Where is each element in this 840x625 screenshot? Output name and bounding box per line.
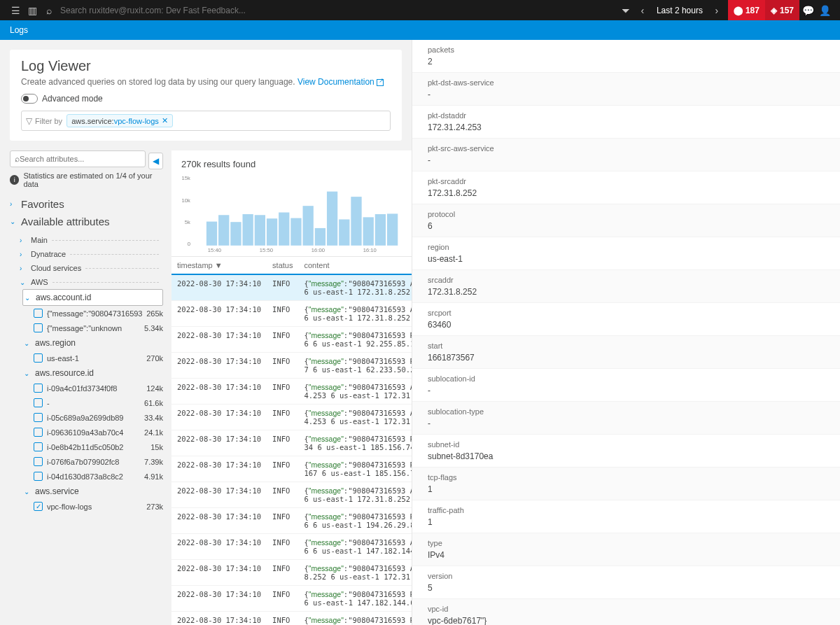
log-row[interactable]: 2022-08-30 17:34:10INFO{"message":"90804… [172,586,412,612]
user-icon[interactable]: 👤 [816,5,833,16]
run-query-button[interactable]: ◀ [148,153,163,169]
timeframe-selector[interactable]: Last 2 hours [651,6,708,15]
log-details-panel[interactable]: packets2pkt-dst-aws-service-pkt-dstaddr1… [412,40,840,625]
attr-value[interactable]: i-09a4c01fd3734f0f8124k [34,381,163,395]
filter-bar[interactable]: ▽ Filter by aws.service: vpc-flow-logs ✕ [21,111,391,131]
attr-group-aws.account.id[interactable]: ⌄aws.account.id [22,289,163,306]
detail-row: srcaddr172.31.8.252 [412,270,840,303]
category-cloud[interactable]: ›Cloud services [20,261,163,275]
search-icon[interactable]: ⌕ [41,5,57,16]
filter-icon[interactable]: ⏷ [617,5,634,16]
breadcrumb-logs[interactable]: Logs [10,25,28,35]
page-subtitle: Create advanced queries on stored log da… [21,77,391,87]
log-row[interactable]: 2022-08-30 17:34:10INFO{"message":"90804… [172,430,412,456]
attr-group-aws.resource.id[interactable]: ⌄aws.resource.id [22,365,163,381]
checkbox[interactable] [34,428,43,437]
log-row[interactable]: 2022-08-30 17:34:10INFO{"message":"90804… [172,456,412,482]
search-input[interactable] [57,3,337,18]
time-prev-icon[interactable]: ‹ [634,5,651,16]
attribute-search-input[interactable] [20,155,141,163]
log-table: timestamp ▼ status content 2022-08-30 17… [172,257,412,625]
log-row[interactable]: 2022-08-30 17:34:10INFO{"message":"90804… [172,560,412,586]
alert-icon: ⬤ [734,6,743,15]
svg-text:15:40: 15:40 [208,247,221,253]
detail-value: 1 [428,517,825,527]
detail-value: 63460 [428,320,825,330]
checkbox[interactable] [34,413,43,422]
favorites-section[interactable]: ›Favorites [10,198,163,210]
filter-chip-aws-service[interactable]: aws.service: vpc-flow-logs ✕ [66,114,173,127]
detail-row: subnet-idsubnet-8d3170ea [412,435,840,468]
log-row[interactable]: 2022-08-30 17:34:10INFO{"message":"90804… [172,327,412,353]
attr-value[interactable]: {"message":"unknown5.34k [34,321,163,335]
col-timestamp[interactable]: timestamp ▼ [172,257,267,274]
attribute-search[interactable]: ⌕ [10,150,146,167]
attr-value[interactable]: i-0e8b42b11d5c050b215k [34,440,163,454]
log-row[interactable]: 2022-08-30 17:34:10INFO{"message":"90804… [172,405,412,430]
attr-value[interactable]: i-05c689a9a2699db8933.4k [34,410,163,425]
attr-value[interactable]: i-09636109a43ab70c424.1k [34,425,163,440]
advanced-mode-label: Advanced mode [42,94,103,104]
security-indicator[interactable]: ◈157 [765,0,799,20]
category-aws[interactable]: ⌄AWS [20,275,163,289]
log-row[interactable]: 2022-08-30 17:34:10INFO{"message":"90804… [172,379,412,405]
category-dynatrace[interactable]: ›Dynatrace [20,247,163,261]
attr-group-aws.service[interactable]: ⌄aws.service [22,484,163,499]
checkbox[interactable] [34,472,43,481]
log-row[interactable]: 2022-08-30 17:34:10INFO{"message":"90804… [172,274,412,301]
attr-group-aws.region[interactable]: ⌄aws.region [22,335,163,351]
log-row[interactable]: 2022-08-30 17:34:10INFO{"message":"90804… [172,482,412,508]
breadcrumb-bar: Logs [0,20,840,40]
chat-icon[interactable]: 💬 [799,5,816,16]
log-row[interactable]: 2022-08-30 17:34:10INFO{"message":"90804… [172,508,412,534]
detail-row: typeIPv4 [412,533,840,566]
results-panel: 270k results found 05k10k15k15:4015:5016… [172,150,412,625]
detail-row: pkt-src-aws-service- [412,139,840,171]
log-table-wrap[interactable]: timestamp ▼ status content 2022-08-30 17… [172,256,412,625]
time-next-icon[interactable]: › [708,5,725,16]
checkbox[interactable] [34,457,43,466]
problems-indicator[interactable]: ⬤187 [728,0,765,20]
log-row[interactable]: 2022-08-30 17:34:10INFO{"message":"90804… [172,353,412,379]
log-row[interactable]: 2022-08-30 17:34:10INFO{"message":"90804… [172,301,412,327]
log-row[interactable]: 2022-08-30 17:34:10INFO{"message":"90804… [172,612,412,626]
category-main[interactable]: ›Main [20,233,163,247]
results-histogram[interactable]: 05k10k15k15:4015:5016:0016:10 [172,172,412,256]
checkbox[interactable] [34,384,43,393]
remove-chip-icon[interactable]: ✕ [162,116,168,125]
attr-value[interactable]: ✓vpc-flow-logs273k [34,499,163,514]
dashboard-icon[interactable]: ▥ [24,5,41,16]
detail-value: vpc-6deb7617"} [428,616,825,625]
attr-value[interactable]: i-076f6a7b079902fc87.39k [34,454,163,469]
view-documentation-link[interactable]: View Documentation [298,77,384,87]
log-row[interactable]: 2022-08-30 17:34:10INFO{"message":"90804… [172,534,412,560]
svg-rect-7 [230,222,241,246]
detail-value: - [428,90,825,99]
checkbox[interactable] [34,309,43,318]
global-search[interactable] [57,3,617,18]
detail-key: vpc-id [428,605,825,613]
checkbox[interactable] [34,442,43,451]
col-status[interactable]: status [267,257,298,274]
checkbox[interactable] [34,398,43,407]
checkbox[interactable] [34,323,43,332]
svg-text:5k: 5k [185,219,190,225]
attr-value[interactable]: {"message":"908047316593265k [34,306,163,321]
attr-value[interactable]: us-east-1270k [34,351,163,365]
attr-value[interactable]: -61.6k [34,395,163,410]
attr-value[interactable]: i-04d1630d873a8c8c24.91k [34,469,163,484]
checkbox[interactable] [34,353,43,363]
detail-value: 172.31.8.252 [428,287,825,297]
detail-value: 1661873567 [428,353,825,363]
detail-row: tcp-flags1 [412,468,840,500]
svg-text:16:00: 16:00 [312,247,325,253]
menu-icon[interactable]: ☰ [7,5,24,16]
detail-row: pkt-dstaddr172.31.24.253 [412,106,840,139]
advanced-mode-toggle[interactable] [21,94,38,104]
available-attributes-section[interactable]: ⌄Available attributes [10,216,163,227]
detail-value: IPv4 [428,550,825,560]
col-content[interactable]: content [298,257,412,274]
checkbox[interactable]: ✓ [34,502,43,511]
detail-row: regionus-east-1 [412,237,840,270]
svg-rect-17 [351,197,361,246]
